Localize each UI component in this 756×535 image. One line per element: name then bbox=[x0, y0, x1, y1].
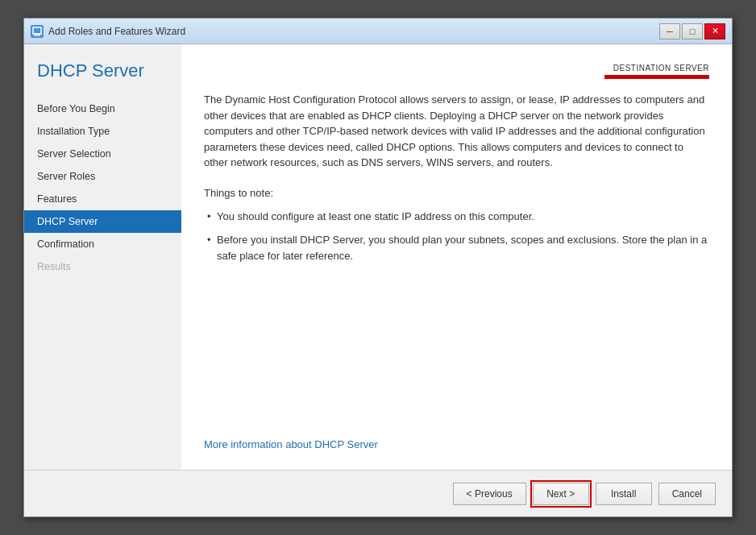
restore-button[interactable]: □ bbox=[682, 23, 703, 39]
more-info-link[interactable]: More information about DHCP Server bbox=[204, 422, 709, 450]
nav-item-dhcp-server[interactable]: DHCP Server bbox=[24, 210, 181, 233]
note-item-2: Before you install DHCP Server, you shou… bbox=[204, 232, 709, 263]
left-panel: DHCP Server Before You Begin Installatio… bbox=[24, 44, 181, 470]
note-item-1: You should configure at least one static… bbox=[204, 209, 709, 225]
wizard-window: Add Roles and Features Wizard ─ □ ✕ DHCP… bbox=[23, 18, 733, 517]
panel-title: DHCP Server bbox=[24, 60, 181, 97]
nav-item-installation-type[interactable]: Installation Type bbox=[24, 120, 181, 143]
titlebar: Add Roles and Features Wizard ─ □ ✕ bbox=[24, 19, 732, 44]
titlebar-controls: ─ □ ✕ bbox=[659, 23, 725, 39]
next-button[interactable]: Next > bbox=[533, 483, 589, 505]
cancel-button[interactable]: Cancel bbox=[658, 483, 716, 505]
footer: < Previous Next > Install Cancel bbox=[24, 470, 732, 516]
destination-text: DESTINATION SERVER bbox=[604, 64, 709, 73]
wizard-icon bbox=[31, 25, 44, 38]
destination-bar bbox=[604, 75, 709, 79]
svg-rect-0 bbox=[33, 27, 41, 34]
nav-item-server-roles[interactable]: Server Roles bbox=[24, 165, 181, 188]
install-button[interactable]: Install bbox=[596, 483, 652, 505]
destination-header: DESTINATION SERVER bbox=[204, 64, 709, 79]
window-title: Add Roles and Features Wizard bbox=[48, 26, 185, 37]
nav-item-server-selection[interactable]: Server Selection bbox=[24, 143, 181, 165]
right-panel: DESTINATION SERVER The Dynamic Host Conf… bbox=[181, 44, 732, 470]
titlebar-left: Add Roles and Features Wizard bbox=[31, 25, 185, 38]
things-to-note-label: Things to note: bbox=[204, 187, 709, 199]
main-description: The Dynamic Host Configuration Protocol … bbox=[204, 92, 709, 171]
nav-item-results: Results bbox=[24, 255, 181, 278]
nav-item-confirmation[interactable]: Confirmation bbox=[24, 233, 181, 255]
nav-item-features[interactable]: Features bbox=[24, 188, 181, 210]
minimize-button[interactable]: ─ bbox=[659, 23, 680, 39]
nav-item-before-you-begin[interactable]: Before You Begin bbox=[24, 97, 181, 120]
content-area: DHCP Server Before You Begin Installatio… bbox=[24, 44, 732, 470]
destination-label: DESTINATION SERVER bbox=[604, 64, 709, 79]
note-list: You should configure at least one static… bbox=[204, 209, 709, 272]
previous-button[interactable]: < Previous bbox=[453, 483, 526, 505]
close-button[interactable]: ✕ bbox=[704, 23, 725, 39]
